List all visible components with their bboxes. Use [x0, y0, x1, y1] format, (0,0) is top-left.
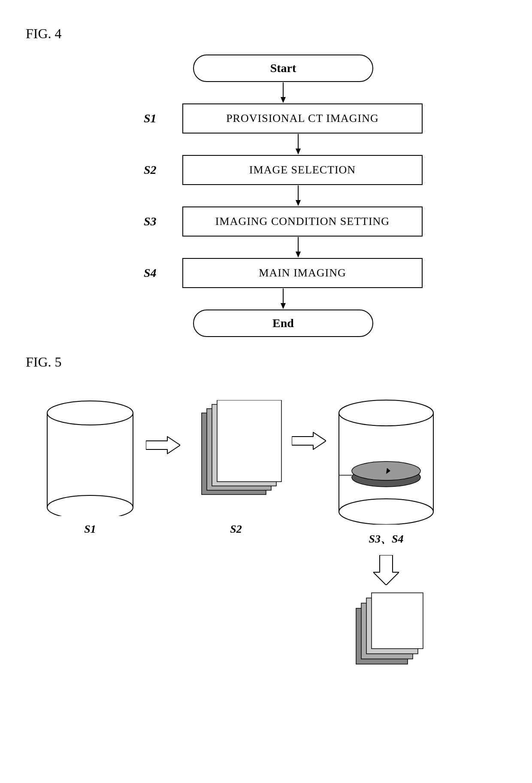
s3s4-section: S3、S4	[335, 392, 438, 668]
s1-row: S1 PROVISIONAL CT IMAGING	[60, 103, 506, 134]
arrow-s3-to-s4	[293, 237, 303, 258]
s4-box: MAIN IMAGING	[182, 258, 423, 288]
arrow-s1-to-s2-fig5	[146, 434, 180, 456]
s2-pages-container: S2	[189, 400, 283, 536]
svg-point-20	[339, 499, 433, 525]
s2-pages	[189, 400, 283, 516]
svg-point-23	[352, 461, 420, 480]
svg-point-12	[47, 401, 133, 425]
arrow-s1-to-s2	[293, 134, 303, 155]
start-node: Start	[193, 55, 373, 82]
s2-box: IMAGE SELECTION	[182, 155, 423, 185]
fig5-label: FIG. 5	[26, 354, 506, 370]
svg-rect-10	[47, 413, 133, 507]
svg-rect-17	[217, 400, 281, 482]
arrow-start-to-s1	[278, 82, 288, 103]
s1-cylinder	[43, 392, 137, 516]
page: FIG. 4 Start S1 PROVISIONAL CT IMAGING	[0, 0, 532, 783]
svg-marker-13	[146, 437, 180, 454]
s2-row: S2 IMAGE SELECTION	[60, 155, 506, 185]
arrow-s2-to-s3	[293, 185, 303, 206]
svg-point-11	[47, 495, 133, 516]
s4-label: S4	[144, 266, 174, 280]
arrow-s4-to-end	[278, 288, 288, 310]
s3s4-cylinder	[335, 392, 438, 525]
s3-label: S3	[144, 215, 174, 228]
arrow-s2-to-s3s4-fig5	[292, 430, 326, 452]
svg-rect-30	[372, 593, 423, 649]
s3-box: IMAGING CONDITION SETTING	[182, 206, 423, 237]
down-arrow-output	[373, 555, 399, 587]
svg-marker-26	[373, 555, 399, 585]
flowchart: Start S1 PROVISIONAL CT IMAGING	[60, 55, 506, 337]
svg-marker-9	[281, 303, 286, 309]
svg-marker-5	[296, 200, 301, 206]
fig5-diagram: S1 S2	[43, 392, 506, 668]
s3-row: S3 IMAGING CONDITION SETTING	[60, 206, 506, 237]
svg-marker-7	[296, 252, 301, 258]
svg-marker-3	[296, 149, 301, 155]
svg-marker-18	[292, 432, 326, 449]
s3s4-label: S3、S4	[369, 531, 404, 546]
output-pages	[348, 591, 425, 668]
svg-marker-1	[281, 97, 286, 103]
s2-label: S2	[144, 163, 174, 177]
s1-cylinder-container: S1	[43, 392, 137, 536]
s1-label: S1	[144, 112, 174, 125]
fig4-label: FIG. 4	[26, 26, 506, 42]
s2-pages-label: S2	[230, 523, 242, 536]
s1-box: PROVISIONAL CT IMAGING	[182, 103, 423, 134]
svg-point-21	[339, 400, 433, 426]
s1-cylinder-label: S1	[84, 523, 96, 536]
end-node: End	[193, 310, 373, 337]
s4-row: S4 MAIN IMAGING	[60, 258, 506, 288]
